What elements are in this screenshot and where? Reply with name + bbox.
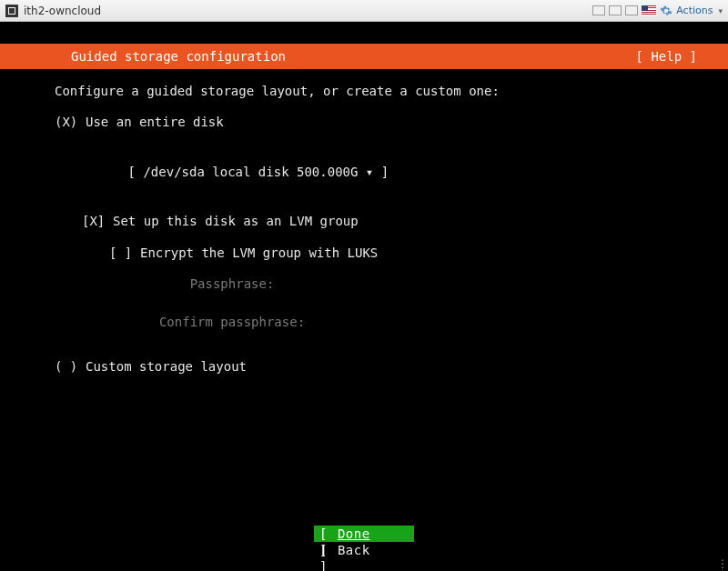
checkbox-mark: [ ] <box>109 244 140 262</box>
option-custom-layout[interactable]: ( ) Custom storage layout <box>55 357 673 376</box>
option-label: Custom storage layout <box>86 357 247 376</box>
radio-mark: ( ) <box>55 357 86 376</box>
page-title: Guided storage configuration <box>27 49 286 64</box>
option-use-entire-disk[interactable]: (X) Use an entire disk <box>55 113 673 131</box>
svg-rect-1 <box>9 8 15 14</box>
gear-icon[interactable] <box>660 5 672 17</box>
footer-buttons: [ Done] [ Back] <box>0 526 728 558</box>
tray-icon-2 <box>609 5 622 15</box>
confirm-passphrase-label: Confirm passphrase: <box>82 313 382 331</box>
option-label: Use an entire disk <box>86 113 224 131</box>
tray-icon-3 <box>625 5 638 15</box>
window-title: ith2-owncloud <box>24 5 101 17</box>
option-label: Set up this disk as an LVM group <box>113 212 359 230</box>
option-encrypt-luks[interactable]: [ ] Encrypt the LVM group with LUKS <box>109 244 673 262</box>
window-titlebar: ith2-owncloud Actions ▾ <box>0 0 728 22</box>
intro-text: Configure a guided storage layout, or cr… <box>55 82 673 100</box>
flag-us-icon <box>642 5 656 15</box>
console-viewport: Guided storage configuration [ Help ] Co… <box>0 22 728 571</box>
installer-header: Guided storage configuration [ Help ] <box>0 44 728 69</box>
checkbox-mark: [X] <box>82 212 113 230</box>
disk-select-dropdown[interactable]: [ /dev/sda local disk 500.000G ▾ ] <box>128 165 389 179</box>
option-label: Encrypt the LVM group with LUKS <box>140 244 378 262</box>
radio-mark: (X) <box>55 113 86 131</box>
installer-body: Configure a guided storage layout, or cr… <box>0 69 728 571</box>
window-tray: Actions ▾ <box>592 5 723 17</box>
passphrase-label: Passphrase: <box>82 275 382 293</box>
help-button[interactable]: [ Help ] <box>636 49 701 64</box>
done-button[interactable]: [ Done] <box>314 526 414 542</box>
resize-grip-icon[interactable]: .. .. . . <box>713 556 726 569</box>
chevron-down-icon: ▾ <box>718 6 723 15</box>
back-button[interactable]: [ Back] <box>314 542 414 558</box>
option-lvm-group[interactable]: [X] Set up this disk as an LVM group <box>82 212 673 230</box>
actions-menu[interactable]: Actions <box>676 5 713 16</box>
window-app-icon <box>5 5 18 17</box>
tray-icon-1 <box>592 5 605 15</box>
